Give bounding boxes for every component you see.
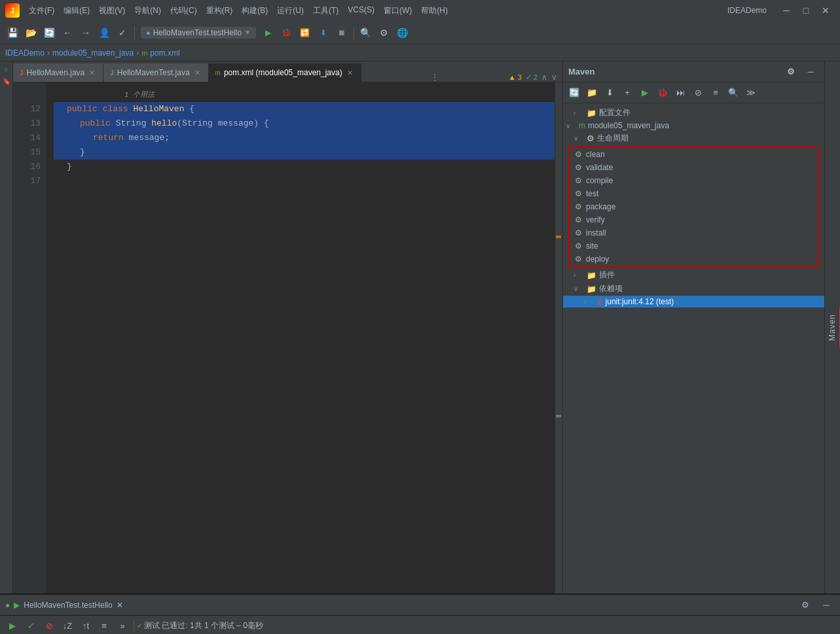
run-header: ● ▶ HelloMavenTest.testHello ✕ ⚙ ─ [0,595,840,616]
breadcrumb-file[interactable]: pom.xml [150,48,179,58]
run-header-icon: ▶ [14,601,20,610]
lifecycle-site[interactable]: ⚙ site [570,239,818,253]
gear-icon-site: ⚙ [575,241,582,251]
breadcrumb-ideademo[interactable]: IDEADemo [5,48,45,58]
tab-hellomaven[interactable]: J HelloMaven.java ✕ [13,63,103,82]
maven-folder-btn[interactable]: 📁 [583,84,600,101]
maven-toggle-btn[interactable]: ⏭ [672,84,689,101]
menu-build[interactable]: 构建(B) [238,4,272,18]
menu-edit[interactable]: 编辑(E) [60,4,94,18]
more-btn[interactable]: » [114,618,131,635]
tree-config[interactable]: › 📁 配置文件 [563,106,824,120]
maven-skip-btn[interactable]: ⊘ [689,84,706,101]
sort-az-button[interactable]: ↓Z [59,618,76,635]
menu-file[interactable]: 文件(F) [25,4,58,18]
maven-download-btn[interactable]: ⬇ [601,84,618,101]
menu-run[interactable]: 运行(U) [273,4,308,18]
maven-run-btn[interactable]: ▶ [636,84,653,101]
tree-expand-junit: › [584,298,594,306]
menu-refactor[interactable]: 重构(R) [202,4,237,18]
maven-profiles-btn[interactable]: ≡ [707,84,724,101]
close-button[interactable]: ✕ [816,4,835,17]
maven-add-btn[interactable]: + [619,84,636,101]
lifecycle-package[interactable]: ⚙ package [570,200,818,213]
minimize-button[interactable]: ─ [777,4,795,17]
structure-icon[interactable]: ≡ [1,64,12,75]
lifecycle-clean[interactable]: ⚙ clean [570,148,818,161]
maximize-button[interactable]: □ [797,4,815,17]
bookmark-icon[interactable]: 🔖 [1,76,12,86]
menu-help[interactable]: 帮助(H) [417,4,452,18]
sort-dur-button[interactable]: ↑t [77,618,94,635]
run-tab-close[interactable]: ✕ [117,601,123,610]
rerun-ok-button[interactable]: ✓ [22,618,39,635]
maven-refresh-btn[interactable]: 🔄 [566,84,583,101]
maven-minimize-btn[interactable]: ─ [802,63,819,80]
search-everywhere-button[interactable]: 🔍 [357,24,374,41]
sync-button[interactable]: 🔄 [41,24,58,41]
tree-plugins[interactable]: › 📁 插件 [563,268,824,282]
save-button[interactable]: 💾 [4,24,21,41]
maven-settings-btn[interactable]: ⚙ [782,63,799,80]
filter-button[interactable]: ≡ [96,618,113,635]
menu-nav[interactable]: 导航(N) [130,4,165,18]
nav-up[interactable]: ∧ [541,73,547,82]
maven-debug-btn[interactable]: 🐞 [654,84,671,101]
breadcrumb-module[interactable]: module05_maven_java [52,48,134,58]
run-button[interactable]: ▶ [260,24,277,41]
run-status-text: 测试 已通过: 1共 1 个测试 – 0毫秒 [144,620,263,631]
run-settings-btn[interactable]: ⚙ [797,597,814,614]
settings-button[interactable]: ⚙ [376,24,393,41]
toolbar-separator-2 [354,26,354,39]
lifecycle-test[interactable]: ⚙ test [570,187,818,200]
right-scrollbar[interactable] [555,82,562,593]
lifecycle-validate[interactable]: ⚙ validate [570,161,818,174]
profile-run-button[interactable]: ⬇ [315,24,332,41]
tree-lifecycle[interactable]: ∨ ⚙ 生命周期 [563,132,824,145]
lifecycle-install[interactable]: ⚙ install [570,226,818,239]
check-button[interactable]: ✓ [114,24,131,41]
deps-folder-icon: 📁 [587,285,596,294]
maven-search-btn[interactable]: 🔍 [725,84,742,101]
tab-overflow-menu[interactable]: ⋮ [426,73,444,82]
menu-code[interactable]: 代码(C) [166,4,201,18]
ok-count: ✓ 2 [526,73,538,82]
window-controls: ─ □ ✕ [777,4,835,17]
tab-close-pom[interactable]: ✕ [346,68,354,78]
stop-run-button[interactable]: ⊘ [41,618,58,635]
lifecycle-deploy[interactable]: ⚙ deploy [570,253,818,266]
tab-close-hellomaven[interactable]: ✕ [88,68,96,78]
menu-window[interactable]: 窗口(W) [380,4,416,18]
tree-dependencies[interactable]: ∨ 📁 依赖项 [563,282,824,296]
maven-expand-all-btn[interactable]: ≫ [742,84,759,101]
lifecycle-verify[interactable]: ⚙ verify [570,213,818,226]
coverage-button[interactable]: 🔁 [297,24,314,41]
folder-icon: 📁 [587,109,596,118]
tab-pom[interactable]: m pom.xml (module05_maven_java) ✕ [209,63,361,82]
tab-close-hellomaventest[interactable]: ✕ [193,68,202,78]
menu-tools[interactable]: 工具(T) [309,4,342,18]
profile-button[interactable]: 👤 [96,24,113,41]
maven-vertical-tab[interactable]: Maven [825,308,841,347]
tree-junit[interactable]: › ||| junit:junit:4.12 (test) [563,296,824,308]
tree-module[interactable]: ∨ m module05_maven_java [563,120,824,132]
back-button[interactable]: ← [59,24,76,41]
run-check-icon: ✓ [137,622,143,630]
rerun-button[interactable]: ▶ [4,618,21,635]
forward-button[interactable]: → [77,24,94,41]
tab-hellomavenntest[interactable]: J HelloMavenTest.java ✕ [103,63,208,82]
debug-button[interactable]: 🐞 [278,24,295,41]
menu-vcs[interactable]: VCS(S) [344,4,378,18]
code-line-16: } [54,160,555,174]
gear-icon-package: ⚙ [575,202,582,211]
update-button[interactable]: 🌐 [394,24,411,41]
stop-button[interactable]: ⏹ [333,24,350,41]
code-content[interactable]: 1 个用法 public class HelloMaven { public S… [46,82,555,593]
open-button[interactable]: 📂 [22,24,39,41]
lifecycle-compile[interactable]: ⚙ compile [570,174,818,187]
nav-down[interactable]: ∨ [551,73,557,82]
run-config-selector[interactable]: ● HelloMavenTest.testHello ▼ [141,27,256,39]
menu-view[interactable]: 视图(V) [95,4,129,18]
run-minimize-btn[interactable]: ─ [818,597,835,614]
gear-icon-test: ⚙ [575,189,582,198]
